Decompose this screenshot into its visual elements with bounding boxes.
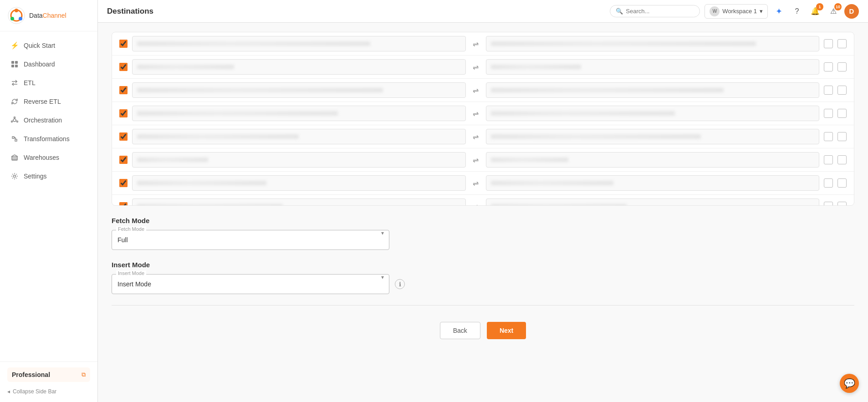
row-checkbox-8[interactable] [119, 202, 128, 205]
sidebar-item-label: Quick Start [24, 42, 55, 49]
row-checkbox-5[interactable] [119, 132, 128, 141]
sparkle-btn[interactable]: ✦ [771, 4, 786, 19]
source-field-7 [132, 175, 466, 191]
svg-rect-16 [12, 157, 17, 160]
row-checkbox-2[interactable] [119, 63, 128, 71]
option-check-2b[interactable] [837, 62, 847, 71]
collapse-sidebar-label: Collapse Side Bar [13, 388, 56, 395]
svg-rect-6 [15, 61, 18, 64]
alert-badge: 10 [834, 3, 842, 10]
svg-point-9 [13, 119, 16, 122]
svg-line-14 [16, 121, 17, 121]
dest-field-6 [486, 152, 820, 168]
source-field-5 [132, 129, 466, 144]
sidebar-item-transformations[interactable]: Transformations [3, 130, 95, 148]
sidebar-item-quick-start[interactable]: ⚡ Quick Start [3, 36, 95, 55]
etl-icon [10, 78, 19, 87]
table-row: ⇌ [112, 148, 854, 172]
option-check-8b[interactable] [837, 202, 847, 205]
sidebar-item-label: Dashboard [24, 61, 55, 68]
notification-btn[interactable]: 🔔 1 [808, 4, 822, 19]
sidebar-item-label: ETL [24, 79, 36, 87]
search-input[interactable] [626, 8, 694, 15]
option-check-5b[interactable] [837, 132, 847, 141]
row-checkbox-4[interactable] [119, 109, 128, 117]
svg-point-4 [10, 17, 14, 20]
chat-icon: 💬 [844, 378, 855, 389]
sidebar-item-reverse-etl[interactable]: Reverse ETL [3, 92, 95, 111]
logo: DataChannel [0, 0, 97, 31]
table-row: ⇌ [112, 56, 854, 79]
option-check-6a[interactable] [824, 155, 833, 164]
option-check-4b[interactable] [837, 109, 847, 118]
dest-field-8 [486, 198, 820, 205]
workspace-label: Workspace 1 [722, 8, 757, 15]
table-scroll[interactable]: ⇌ ⇌ ⇌ [112, 32, 854, 205]
dest-field-2 [486, 59, 820, 75]
mapping-table-container: ⇌ ⇌ ⇌ [112, 32, 854, 206]
settings-icon [10, 172, 19, 181]
option-check-1a[interactable] [824, 39, 833, 48]
transfer-icon: ⇌ [470, 202, 481, 206]
table-row: ⇌ [112, 195, 854, 205]
transfer-icon: ⇌ [470, 132, 481, 141]
row-checkbox-6[interactable] [119, 156, 128, 164]
workspace-avatar: W [710, 6, 720, 16]
content-area: ⇌ ⇌ ⇌ [98, 23, 868, 402]
option-check-2a[interactable] [824, 62, 833, 71]
option-check-3a[interactable] [824, 86, 833, 95]
svg-rect-5 [11, 61, 14, 64]
fetch-mode-section: Fetch Mode Fetch Mode Full Incremental C… [112, 217, 854, 250]
svg-rect-8 [15, 65, 18, 67]
option-check-1b[interactable] [837, 39, 847, 48]
warehouses-icon [10, 153, 19, 162]
dest-field-7 [486, 175, 820, 191]
row-checkbox-7[interactable] [119, 179, 128, 187]
transfer-icon: ⇌ [470, 156, 481, 164]
main-area: Destinations 🔍 W Workspace 1 ▾ ✦ ? 🔔 1 [98, 0, 868, 402]
sidebar-item-orchestration[interactable]: Orchestration [3, 111, 95, 129]
page-title: Destinations [107, 7, 153, 16]
option-check-7b[interactable] [837, 178, 847, 188]
insert-mode-select[interactable]: Insert Mode Insert Upsert Replace [112, 274, 389, 294]
fetch-mode-select[interactable]: Full Incremental Custom [112, 230, 389, 250]
option-check-5a[interactable] [824, 132, 833, 141]
sidebar-bottom: Professional ⧉ ◂ Collapse Side Bar [0, 361, 97, 402]
sidebar-nav: ⚡ Quick Start Dashboard ETL Reverse ETL [0, 31, 97, 361]
sidebar-item-warehouses[interactable]: Warehouses [3, 148, 95, 167]
row-checkbox-3[interactable] [119, 86, 128, 94]
option-check-6b[interactable] [837, 155, 847, 164]
fetch-mode-title: Fetch Mode [112, 217, 854, 224]
sidebar-item-etl[interactable]: ETL [3, 74, 95, 92]
sidebar-item-settings[interactable]: Settings [3, 167, 95, 185]
workspace-selector[interactable]: W Workspace 1 ▾ [705, 4, 768, 19]
source-field-2 [132, 59, 466, 75]
source-field-4 [132, 106, 466, 121]
sidebar-item-dashboard[interactable]: Dashboard [3, 55, 95, 73]
option-check-7a[interactable] [824, 178, 833, 188]
option-check-4a[interactable] [824, 109, 833, 118]
row-checkbox-1[interactable] [119, 40, 128, 48]
transfer-icon: ⇌ [470, 179, 481, 188]
header: Destinations 🔍 W Workspace 1 ▾ ✦ ? 🔔 1 [98, 0, 868, 23]
search-box[interactable]: 🔍 [610, 5, 700, 17]
sidebar: DataChannel ⚡ Quick Start Dashboard ETL … [0, 0, 98, 402]
footer-divider [112, 305, 854, 305]
help-btn[interactable]: ? [790, 4, 804, 19]
sidebar-item-label: Reverse ETL [24, 98, 61, 105]
option-check-3b[interactable] [837, 86, 847, 95]
header-icons: W Workspace 1 ▾ ✦ ? 🔔 1 ⚠ 10 D [705, 4, 859, 19]
option-check-8a[interactable] [824, 202, 833, 205]
professional-badge[interactable]: Professional ⧉ [7, 367, 90, 382]
collapse-sidebar-btn[interactable]: ◂ Collapse Side Bar [7, 387, 90, 397]
sidebar-item-label: Orchestration [24, 117, 62, 124]
search-icon: 🔍 [616, 8, 623, 15]
back-button[interactable]: Back [440, 322, 480, 339]
info-icon-btn[interactable]: ℹ [395, 279, 405, 289]
chat-button[interactable]: 💬 [840, 374, 859, 393]
professional-label: Professional [12, 371, 50, 378]
next-button[interactable]: Next [487, 322, 526, 339]
avatar[interactable]: D [844, 4, 859, 19]
notification-badge: 1 [816, 3, 823, 10]
alert-btn[interactable]: ⚠ 10 [826, 4, 841, 19]
